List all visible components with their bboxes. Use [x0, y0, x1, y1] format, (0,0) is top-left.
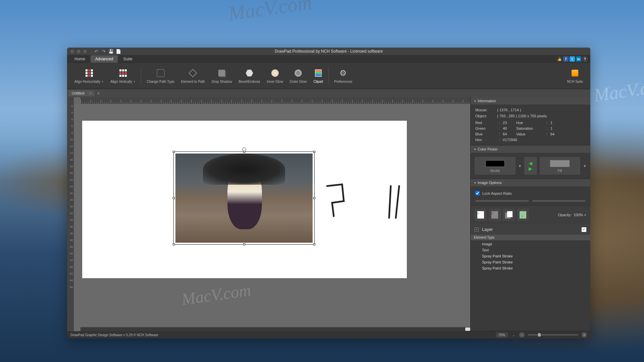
color-picker-panel: Color Picker Stroke ▼ ◀ ▶ Fill ▼	[471, 145, 590, 179]
placed-image[interactable]	[175, 154, 313, 243]
app-window: ↶ ↷ 💾 📄 DrawPad Professional by NCH Soft…	[67, 48, 590, 339]
scrollbar-horizontal[interactable]	[80, 327, 470, 331]
duplicate-layer-button[interactable]	[503, 209, 515, 221]
minimize-window-button[interactable]	[77, 50, 80, 53]
zoom-in-button[interactable]: +	[582, 332, 587, 338]
add-tab-button[interactable]: +	[97, 90, 100, 96]
like-icon[interactable]: 👍	[557, 56, 562, 62]
import-layer-button[interactable]: ↓	[517, 209, 529, 221]
panel-header-colorpicker[interactable]: Color Picker	[471, 145, 590, 153]
green-value: 40	[503, 126, 516, 130]
layer-visible-checkbox[interactable]: ✓	[582, 227, 586, 232]
status-text: DrawPad Graphic Design Software v 5.29 ©…	[70, 333, 158, 337]
element-item[interactable]: Spray Paint Stroke	[471, 259, 590, 265]
element-item[interactable]: Image	[471, 241, 590, 247]
clipart-button[interactable]: Clipart	[313, 68, 323, 83]
ruler-tick: 60	[67, 265, 74, 272]
align-vertically-button[interactable]: Align Vertically▼	[110, 68, 136, 83]
canvas-viewport[interactable]: ↻ MacV.com	[74, 104, 470, 331]
tab-suite[interactable]: Suite	[118, 55, 137, 63]
document-tabbar: Untitled × +	[67, 89, 590, 97]
outer-glow-button[interactable]: Outer Glow	[290, 68, 307, 83]
suite-icon	[572, 70, 578, 76]
social-icons: 👍 f t in ?	[557, 56, 588, 62]
panel-header-information[interactable]: Information	[471, 97, 590, 105]
collapse-icon[interactable]: −	[475, 228, 479, 232]
panel-header-imageoptions[interactable]: Image Options	[471, 179, 590, 186]
swap-colors-button[interactable]: ◀ ▶	[524, 157, 537, 175]
delete-layer-button[interactable]: ×	[489, 209, 501, 221]
twitter-icon[interactable]: t	[570, 56, 575, 62]
resize-handle[interactable]	[173, 243, 175, 245]
clipart-icon	[315, 69, 322, 77]
canvas-area: 0246810121416182022242628303234363840505…	[67, 97, 470, 331]
selection-box[interactable]: ↻	[173, 152, 315, 245]
chevron-down-icon[interactable]: ▼	[583, 164, 586, 168]
lock-aspect-ratio-checkbox[interactable]: Lock Aspect Ratio	[475, 190, 586, 197]
maximize-window-button[interactable]	[83, 50, 87, 53]
scrollbar-thumb[interactable]	[465, 327, 470, 331]
ruler-horizontal	[80, 97, 470, 104]
ruler-tick: 26	[67, 192, 74, 198]
fill-color-button[interactable]: Fill	[540, 157, 581, 175]
close-window-button[interactable]	[70, 50, 74, 53]
inner-glow-icon	[271, 69, 279, 77]
hexagon-icon	[246, 70, 253, 76]
nch-suite-button[interactable]: NCH Suite	[567, 68, 583, 83]
resize-handle[interactable]	[243, 151, 245, 153]
ruler-tick: 30	[67, 205, 74, 212]
slider[interactable]	[475, 200, 529, 202]
layer-row[interactable]: − Layer ✓	[471, 224, 590, 235]
bevel-emboss-button[interactable]: Bevel/Emboss	[239, 68, 260, 83]
help-icon[interactable]: ?	[582, 56, 588, 62]
ruler-corner	[67, 97, 74, 104]
document-tab[interactable]: Untitled ×	[68, 90, 94, 96]
ruler-tick: 14	[67, 152, 74, 158]
resize-handle[interactable]	[243, 243, 245, 245]
sat-value: 1	[550, 126, 564, 130]
tab-advanced[interactable]: Advanced	[91, 55, 118, 63]
page-icon: +	[477, 211, 484, 219]
ruler-tick: 66	[67, 286, 74, 292]
preferences-button[interactable]: ⚙Preferences	[334, 68, 352, 83]
align-vertical-icon	[119, 69, 127, 77]
new-layer-button[interactable]: +	[475, 209, 487, 221]
tab-home[interactable]: Home	[70, 55, 90, 63]
linkedin-icon[interactable]: in	[576, 56, 581, 62]
undo-icon[interactable]: ↶	[94, 49, 99, 54]
save-icon[interactable]: 💾	[108, 49, 114, 54]
resize-handle[interactable]	[173, 197, 175, 199]
resize-handle[interactable]	[313, 197, 315, 199]
spray-paint-stroke	[387, 184, 408, 220]
stroke-color-button[interactable]: Stroke	[475, 157, 516, 175]
element-type-header: Element Type	[471, 235, 590, 240]
zoom-out-button[interactable]: −	[519, 332, 525, 338]
redo-icon[interactable]: ↷	[101, 49, 106, 54]
zoom-slider[interactable]	[528, 334, 578, 336]
resize-handle[interactable]	[313, 243, 315, 245]
new-icon[interactable]: 📄	[116, 49, 121, 54]
chevron-down-icon[interactable]: ▼	[518, 164, 522, 168]
drop-shadow-button[interactable]: Drop Shadow	[212, 68, 232, 83]
align-horizontally-button[interactable]: Align Horizontally▼	[74, 68, 104, 83]
slider[interactable]	[532, 200, 586, 202]
resize-handle[interactable]	[173, 151, 175, 153]
inner-glow-button[interactable]: Inner Glow	[267, 68, 283, 83]
ruler-tick: 34	[67, 219, 74, 225]
ruler-tick: 38	[67, 232, 74, 239]
facebook-icon[interactable]: f	[563, 56, 569, 62]
object-label: Object:	[475, 114, 497, 118]
element-item[interactable]: Spray Paint Stroke	[471, 253, 590, 259]
ruler-tick: 52	[67, 252, 74, 259]
resize-handle[interactable]	[313, 151, 315, 153]
red-label: Red	[475, 121, 499, 125]
opacity-value[interactable]: 100%▼	[574, 213, 586, 217]
element-item[interactable]: Text	[471, 247, 590, 253]
layers-panel: + × ↓ Opacity: 100%▼ − Layer ✓ Element T…	[471, 205, 590, 331]
change-path-type-button[interactable]: Change Path Type	[147, 68, 174, 83]
element-to-path-button[interactable]: Element to Path	[181, 68, 205, 83]
chevron-down-icon[interactable]: ⌵	[511, 333, 516, 338]
zoom-value[interactable]: 70%	[496, 333, 508, 338]
close-tab-icon[interactable]: ×	[90, 91, 92, 95]
element-item[interactable]: Spray Paint Stroke	[471, 265, 590, 271]
